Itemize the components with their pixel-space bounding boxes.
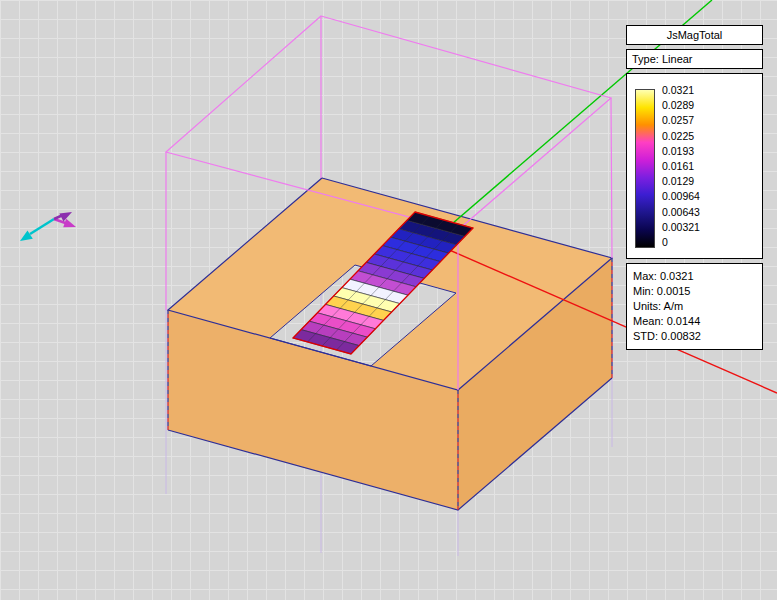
- colorbar-tick: 0.0321: [662, 85, 700, 96]
- stat-line: Mean: 0.0144: [633, 314, 756, 329]
- stat-line: Max: 0.0321: [633, 269, 756, 284]
- colorbar-tick-labels: 0.03210.02890.02570.02250.01930.01610.01…: [662, 85, 700, 248]
- field-plot-legend[interactable]: JsMagTotal Type: Linear 0.03210.02890.02…: [626, 25, 763, 350]
- colorbar-tick: 0.00321: [662, 222, 700, 233]
- stat-line: STD: 0.00832: [633, 329, 756, 344]
- legend-scale-type: Type: Linear: [626, 49, 763, 69]
- stat-line: Min: 0.0015: [633, 284, 756, 299]
- stat-line: Units: A/m: [633, 299, 756, 314]
- colorbar-tick: 0.0161: [662, 161, 700, 172]
- colorbar-tick: 0.0193: [662, 146, 700, 157]
- triad-magenta-arrow: [54, 219, 76, 227]
- legend-title: JsMagTotal: [626, 25, 763, 45]
- colorbar-tick: 0.00643: [662, 207, 700, 218]
- colorbar-tick: 0.0129: [662, 176, 700, 187]
- legend-colorbar: 0.03210.02890.02570.02250.01930.01610.01…: [626, 73, 763, 259]
- triad-cyan-arrow: [20, 219, 54, 241]
- 3d-modeler-viewport[interactable]: JsMagTotal Type: Linear 0.03210.02890.02…: [0, 0, 777, 600]
- colorbar-tick: 0: [662, 237, 700, 248]
- substrate-object[interactable]: [168, 178, 612, 510]
- legend-stats: Max: 0.0321Min: 0.0015Units: A/mMean: 0.…: [626, 263, 763, 350]
- colorbar-gradient: [635, 89, 655, 248]
- orientation-triad: [20, 212, 76, 241]
- colorbar-tick: 0.0257: [662, 115, 700, 126]
- colorbar-tick: 0.00964: [662, 191, 700, 202]
- colorbar-tick: 0.0289: [662, 100, 700, 111]
- colorbar-tick: 0.0225: [662, 131, 700, 142]
